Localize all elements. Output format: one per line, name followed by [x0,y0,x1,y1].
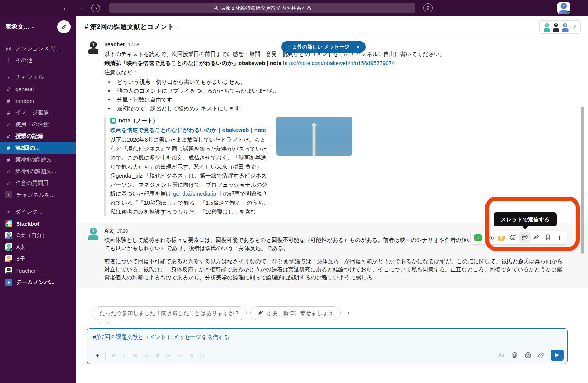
arrow-up-icon: ↑ [287,44,290,50]
eyes-reaction-button[interactable] [484,232,496,243]
emoji-picker-button[interactable] [522,350,534,360]
message-teacher: T Teacher 17:08 以下のテキストを読んで、次回授業日の前日までに感… [76,37,588,219]
sidebar-channel-class-records[interactable]: # 授業の記録 [0,130,76,142]
workspace-header[interactable]: 表象文... ⌄ [0,16,76,37]
format-toggle-button[interactable]: Aa [495,350,507,360]
dm-item-self[interactable]: C C美（自分） [0,229,76,241]
compose-button[interactable] [57,20,71,33]
inline-link[interactable]: gendai.ismedia.jp [173,190,216,197]
code-button[interactable]: </> [141,350,152,361]
sidebar-nav: @ メンション & リ... ⋮ その他 ▾ チャンネル # general #… [0,37,76,288]
hash-icon: # [5,168,12,175]
reference-url-link[interactable]: https://note.com/obakeweb/n/n156d9577907… [283,60,395,66]
help-icon[interactable]: ? [423,3,433,12]
avatar: B [5,255,12,262]
message-timestamp[interactable]: 17:08 [128,41,139,49]
link-preview-card: note（ノート） 映画を倍速で見ることのなにがわるいのか｜obakeweb｜n… [104,117,564,216]
main-pane: # 第2回の課題文献とコメント ⌄ A T C 4 ↑ [76,16,588,383]
sidebar-channel-image[interactable]: # イメージ画像... [0,107,76,118]
message-author[interactable]: A太 [104,227,114,235]
vertical-scrollbar-thumb[interactable] [581,107,584,254]
add-reaction-button[interactable] [507,232,519,243]
invite-members-button[interactable]: + チームメンバ... [0,276,76,288]
hash-icon: # [5,180,12,186]
send-button[interactable] [551,350,564,361]
strikethrough-button[interactable]: S [130,350,141,361]
link-button[interactable] [152,350,163,361]
bullet-item: 他の人のコメントにリプライをつけるかたちでもかまいません。 [107,86,564,95]
sidebar-channel-session2-selected[interactable]: # 第2回の... [0,142,76,154]
notes-heading: 注意点など： [104,68,564,76]
italic-button[interactable]: I [119,350,130,361]
more-actions-button[interactable]: ⋮ [554,232,566,243]
chevron-down-icon: ⌄ [31,24,35,29]
hash-icon: # [5,86,12,92]
composer-input[interactable]: #第2回の課題文献とコメント にメッセージを送信する [87,329,567,341]
search-bar[interactable]: 表象文化論特殊研究演習IV 内を検索する [109,3,415,13]
bold-button[interactable]: B [108,350,119,361]
channels-section-header[interactable]: ▾ チャンネル [0,71,76,83]
sidebar-channel-general[interactable]: # general [0,83,76,95]
sidebar-channel-session3[interactable]: # 第3回の課題文... [0,154,76,165]
slackbot-icon [5,220,12,227]
bookmark-icon [545,234,551,242]
user-avatar[interactable]: C [557,2,570,14]
ordered-list-button[interactable] [163,350,174,361]
toolbar-divider [105,352,106,359]
attach-file-button[interactable] [535,350,547,360]
avatar[interactable]: T [87,40,100,54]
presence-offline-dot [10,248,12,251]
sidebar-channel-random[interactable]: # random [0,95,76,107]
code-block-button[interactable] [196,350,207,361]
raised-hands-emoji [498,235,505,241]
message-timestamp[interactable]: 17:20 [117,227,128,235]
topbar: ← → 表象文化論特殊研究演習IV 内を検索する ? C [0,0,588,16]
workspace-name: 表象文... [5,22,29,31]
bullet-item: 最初なので、練習として軽めのテキストにします。 [107,104,564,113]
suggestion-row: たった今参加しました！聞き逃したことはありますか？ さあ、軌道に乗せましょう × [93,306,350,320]
notes-bullet-list: どういう視点・切り口から書いてもかまいません。 他の人のコメントにリプライをつけ… [107,78,564,113]
shortcuts-lightning-button[interactable] [92,350,103,361]
dm-item-b-ko[interactable]: B B子 [0,253,76,265]
message-author[interactable]: Teacher [104,40,125,49]
chevron-down-icon: ▾ [5,75,12,79]
new-messages-banner[interactable]: ↑ 2 件の新しい メッセージ × [281,41,366,53]
history-forward-button[interactable]: → [76,3,85,13]
reply-in-thread-button[interactable] [519,232,531,243]
banner-close-icon[interactable]: × [356,44,360,50]
history-clock-icon[interactable] [91,4,100,12]
avatar[interactable]: A [87,227,100,240]
white-check-mark-reaction-button[interactable]: ✓ [472,232,484,243]
dm-section-header[interactable]: ▾ ダイレク... [0,206,76,218]
save-message-button[interactable] [542,232,554,243]
attachment-title-link[interactable]: 映画を倍速で見ることのなにがわるいのか｜obakeweb｜note [110,126,271,135]
sidebar-channel-questions[interactable]: # 任意の質問用 [0,177,76,189]
add-channel-button[interactable]: + チャンネルを... [0,189,76,201]
sidebar-item-mentions[interactable]: @ メンション & リ... [0,43,76,54]
bullet-item: どういう視点・切り口から書いてもかまいません。 [107,78,564,86]
history-back-button[interactable]: ← [61,3,71,13]
avatar: T [5,267,12,274]
suggestion-pill-just-joined[interactable]: たった今参加しました！聞き逃したことはありますか？ [93,306,247,320]
suggestions-close-icon[interactable]: × [347,309,350,317]
presence-offline-dot [10,272,12,274]
sidebar-channel-usage-notes[interactable]: # 使用上の注意 [0,118,76,130]
dm-item-teacher[interactable]: T Teacher [0,265,76,276]
slack-app-window: ← → 表象文化論特殊研究演習IV 内を検索する ? C 表象文... ⌄ [0,0,588,383]
blockquote-button[interactable] [185,350,196,361]
dm-item-a-ta[interactable]: A A太 [0,241,76,253]
raised-hands-reaction-button[interactable] [496,232,508,243]
attachment-thumbnail-image[interactable] [276,117,352,156]
suggestion-pill-on-track[interactable]: さあ、軌道に乗せましょう [250,306,341,320]
sidebar-item-more[interactable]: ⋮ その他 [0,54,76,66]
search-placeholder: 表象文化論特殊研究演習IV 内を検索する [221,5,312,11]
sidebar-channel-session4[interactable]: # 第4回の課題文... [0,165,76,177]
dm-item-slackbot[interactable]: Slackbot [0,218,76,229]
channel-title[interactable]: # 第2回の課題文献とコメント [85,22,174,31]
channel-members-button[interactable]: A T C 4 [539,20,581,34]
share-message-button[interactable] [531,232,542,243]
bullet-list-button[interactable] [174,350,185,361]
message-composer[interactable]: #第2回の課題文献とコメント にメッセージを送信する B I S </> [87,328,568,364]
mention-button[interactable]: @ [509,350,520,360]
reference-line: 銭清弘「映画を倍速で見ることのなにがわるいのか」obakeweb | note … [104,59,564,67]
